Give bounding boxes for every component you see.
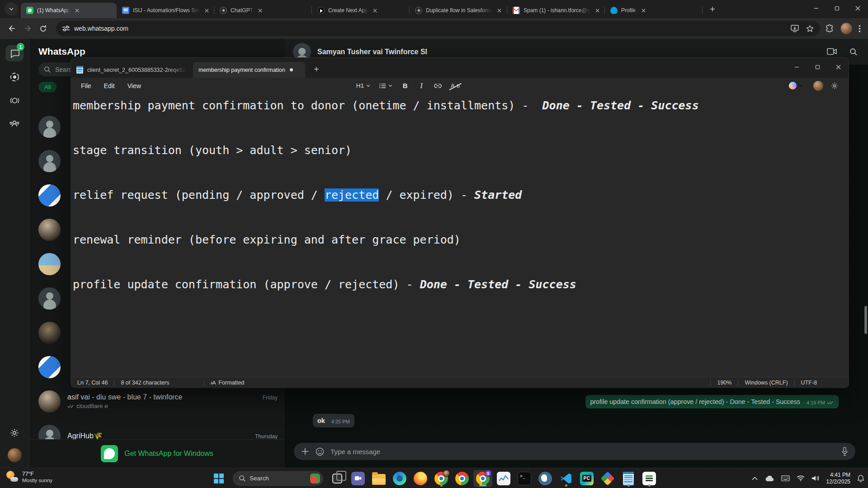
bold-button[interactable]: B [398, 80, 412, 92]
taskbar-task-view[interactable] [328, 470, 347, 487]
close-tab-icon[interactable] [593, 6, 601, 14]
text-segment[interactable]: renewal reminder (before expiring and af… [73, 233, 461, 246]
url-text[interactable]: web.whatsapp.com [74, 25, 128, 32]
notifications-bell-icon[interactable] [857, 474, 864, 482]
italic-button[interactable]: I [415, 80, 428, 92]
touch-keyboard-icon[interactable] [781, 475, 790, 481]
notepad-tab-membership[interactable]: membership payment confirmation [193, 62, 305, 78]
chat-scrollbar-thumb[interactable] [864, 306, 867, 334]
heading-style-dropdown[interactable]: H1 [353, 80, 373, 92]
new-tab-button[interactable] [706, 3, 719, 15]
close-tab-icon[interactable] [639, 6, 647, 14]
notepad-maximize-button[interactable] [807, 58, 828, 76]
text-line[interactable]: relief request (pending / approved / rej… [73, 188, 849, 202]
taskbar-file-explorer[interactable] [369, 470, 388, 487]
zoom-level[interactable]: 190% [711, 380, 738, 386]
taskbar-pycharm[interactable]: PC [577, 470, 596, 487]
browser-tab-salesforce-flow[interactable]: Duplicate flow in Salesforce [410, 3, 507, 18]
menu-view[interactable]: View [121, 80, 147, 92]
extensions-puzzle-icon[interactable] [826, 24, 834, 33]
nav-status-button[interactable] [5, 69, 24, 85]
taskbar-teams[interactable] [349, 470, 368, 487]
text-segment[interactable]: relief request (pending / approved / [73, 188, 325, 202]
filter-all-pill[interactable]: All [38, 82, 57, 92]
emoji-icon[interactable] [316, 447, 324, 456]
text-segment[interactable]: profile update confirmation (approve / r… [73, 278, 420, 291]
volume-icon[interactable] [811, 475, 820, 482]
settings-button[interactable] [5, 425, 24, 441]
wifi-icon[interactable] [797, 475, 805, 481]
taskbar-postgresql[interactable] [536, 470, 555, 487]
chat-list-item-agrihub[interactable]: AgriHub🌾 Thursday [29, 418, 285, 439]
line-ending-type[interactable]: Windows (CRLF) [738, 380, 794, 386]
install-app-icon[interactable] [791, 25, 799, 32]
browser-tab-chatgpt[interactable]: ChatGPT [214, 3, 312, 18]
text-segment-bold-italic[interactable]: Done - Tested - Success [420, 278, 576, 291]
nav-chats-button[interactable]: 1 [5, 45, 24, 61]
notepad-text-area[interactable]: membership payment confirmation to donor… [71, 94, 849, 377]
taskbar-dia[interactable] [598, 470, 617, 487]
menu-file[interactable]: File [75, 80, 98, 92]
menu-edit[interactable]: Edit [98, 80, 121, 92]
browser-tab-gmail-spam[interactable]: Spam (1) - ishann.tforce@gmai [507, 3, 605, 18]
text-line[interactable]: stage transition (youth > adult > senior… [73, 143, 849, 158]
get-whatsapp-banner[interactable]: Get WhatsApp for Windows [29, 439, 285, 468]
attach-plus-icon[interactable] [301, 447, 309, 455]
account-avatar[interactable] [813, 81, 823, 91]
outgoing-message-bubble[interactable]: profile update confirmation (approve / r… [585, 395, 839, 408]
close-tab-icon[interactable] [203, 6, 211, 14]
text-segment-bold-italic[interactable]: Started [474, 188, 522, 202]
taskbar-task-manager[interactable] [494, 470, 513, 487]
bookmark-star-icon[interactable] [806, 25, 814, 33]
text-segment-bold-italic[interactable]: Done - Tested - Success [542, 99, 699, 112]
reload-button[interactable] [35, 21, 51, 36]
notepad-tab-client-secret[interactable]: client_secret_2_60053885332-2reqe52rrib [71, 62, 193, 78]
back-button[interactable] [5, 21, 20, 36]
message-composer[interactable]: Type a message [294, 443, 855, 460]
taskbar-chrome-profile-s[interactable]: S [473, 470, 492, 487]
close-tab-icon[interactable] [495, 6, 503, 14]
browser-profile-avatar[interactable] [840, 23, 852, 34]
text-segment[interactable]: stage transition (youth > adult > senior… [73, 144, 352, 157]
close-tab-icon[interactable] [256, 6, 264, 14]
browser-tab-create-next-app[interactable]: Create Next App [312, 3, 410, 18]
search-icon[interactable] [849, 48, 857, 56]
taskbar-vscode[interactable] [557, 470, 576, 487]
taskbar-firefox[interactable] [411, 470, 430, 487]
text-line[interactable]: profile update confirmation (approve / r… [73, 277, 849, 292]
window-close-button[interactable] [847, 0, 868, 16]
list-style-dropdown[interactable] [376, 80, 396, 92]
new-document-tab-button[interactable] [310, 62, 323, 76]
taskbar-search-box[interactable]: Search [233, 471, 323, 486]
video-call-icon[interactable] [827, 48, 837, 55]
browser-menu-dots-icon[interactable] [859, 25, 861, 33]
composer-placeholder[interactable]: Type a message [330, 448, 380, 455]
notepad-settings-gear-icon[interactable] [830, 82, 839, 90]
window-minimize-button[interactable] [806, 0, 826, 16]
profile-avatar[interactable] [8, 448, 22, 462]
notepad-close-button[interactable] [828, 58, 849, 76]
tray-chevron-up-icon[interactable] [752, 477, 758, 480]
text-line[interactable]: membership payment confirmation to donor… [73, 98, 849, 113]
browser-tab-isij[interactable]: ISIJ - Automation/Flows Setup - [117, 3, 214, 18]
browser-tab-profile[interactable]: Profile [605, 3, 703, 18]
site-settings-icon[interactable] [62, 25, 70, 32]
text-segment[interactable]: membership payment confirmation to donor… [73, 99, 542, 112]
taskbar-clock[interactable]: 4:41 PM 12/2/2025 [826, 472, 850, 485]
nav-communities-button[interactable] [5, 116, 24, 132]
insert-link-button[interactable] [431, 80, 445, 92]
taskbar-notepad[interactable] [619, 470, 638, 487]
selected-text[interactable]: rejected [325, 188, 379, 202]
incoming-message-bubble[interactable]: ok 4:25 PM [313, 414, 354, 427]
browser-tab-whatsapp[interactable]: (1) WhatsApp [21, 3, 117, 18]
chat-list-item-asif[interactable]: asif vai - diu swe - blue 7 - twinforce … [29, 384, 285, 418]
forward-button[interactable] [20, 21, 35, 36]
taskbar-taskpro[interactable] [640, 470, 659, 487]
close-tab-icon[interactable] [73, 6, 81, 14]
nav-channels-button[interactable] [5, 92, 24, 108]
text-segment[interactable]: / expired) - [379, 188, 474, 202]
taskbar-chrome-profile-1[interactable] [432, 470, 451, 487]
microphone-icon[interactable] [841, 447, 848, 456]
tab-search-button[interactable] [5, 2, 18, 16]
clear-formatting-button[interactable]: Ab [448, 80, 463, 92]
